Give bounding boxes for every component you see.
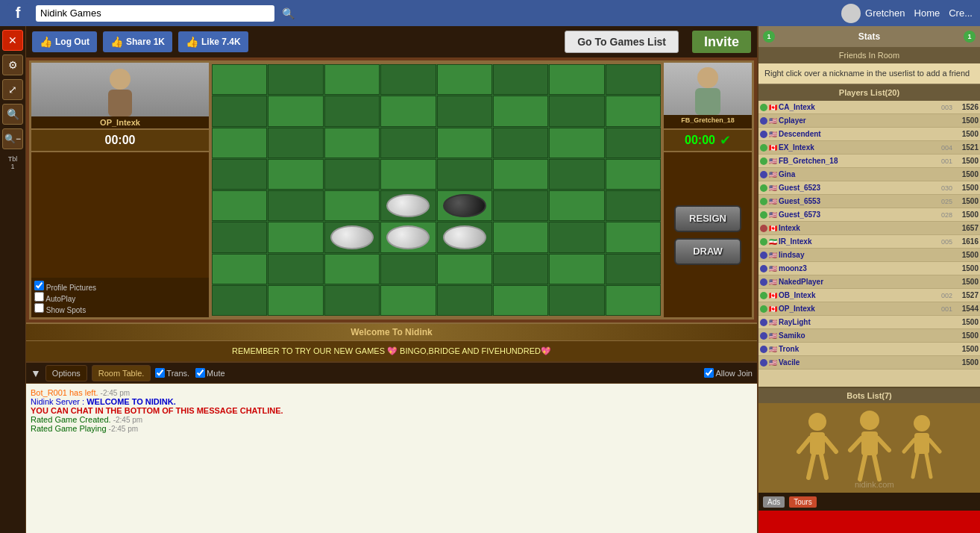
grid-cell-1-6[interactable]	[549, 96, 604, 126]
grid-cell-0-6[interactable]	[549, 64, 604, 95]
search-button[interactable]: 🔍	[282, 7, 295, 19]
grid-cell-0-2[interactable]	[324, 64, 380, 95]
like-button[interactable]: 👍 Like 7.4K	[178, 31, 248, 52]
grid-cell-3-6[interactable]	[549, 159, 604, 190]
room-table-tab[interactable]: Room Table.	[92, 365, 151, 381]
settings-button[interactable]: ⚙	[2, 54, 23, 75]
grid-cell-2-5[interactable]	[493, 128, 548, 158]
grid-cell-3-0[interactable]	[212, 159, 267, 190]
grid-cell-7-1[interactable]	[268, 285, 323, 316]
ads-button[interactable]: Ads	[763, 496, 785, 508]
zoom-in-button[interactable]: 🔍	[2, 104, 23, 125]
grid-cell-1-4[interactable]	[437, 96, 492, 126]
player-row[interactable]: 🇺🇸 Guest_6553 025 1500	[758, 195, 980, 208]
grid-cell-2-6[interactable]	[549, 128, 604, 158]
grid-cell-0-3[interactable]	[380, 64, 436, 95]
options-tab[interactable]: Options	[45, 365, 87, 381]
autoplay-checkbox[interactable]: AutoPlay	[34, 292, 206, 303]
resign-button[interactable]: RESIGN	[674, 205, 741, 232]
grid-cell-4-3[interactable]	[380, 190, 436, 221]
grid-cell-6-6[interactable]	[549, 254, 604, 284]
grid-cell-3-1[interactable]	[268, 159, 323, 190]
tours-button[interactable]: Tours	[789, 496, 816, 508]
grid-cell-7-0[interactable]	[212, 285, 267, 316]
allow-join-checkbox[interactable]: Allow Join	[704, 368, 753, 378]
search-input[interactable]	[36, 5, 274, 22]
grid-cell-1-0[interactable]	[212, 96, 267, 126]
profile-pictures-checkbox[interactable]: Profile Pictures	[34, 281, 206, 292]
player-row[interactable]: 🇨🇦 OB_Intexk 002 1527	[758, 289, 980, 302]
grid-cell-1-7[interactable]	[606, 96, 661, 126]
player-row[interactable]: 🇺🇸 lindsay 1500	[758, 249, 980, 262]
grid-cell-5-5[interactable]	[493, 222, 548, 252]
go-to-games-button[interactable]: Go To Games List	[565, 31, 679, 53]
show-spots-checkbox[interactable]: Show Spots	[34, 303, 206, 314]
grid-cell-5-0[interactable]	[212, 222, 267, 252]
grid-cell-7-3[interactable]	[380, 285, 436, 316]
grid-cell-7-4[interactable]	[437, 285, 492, 316]
grid-cell-3-3[interactable]	[380, 159, 436, 190]
grid-cell-6-2[interactable]	[324, 254, 380, 284]
grid-cell-5-1[interactable]	[268, 222, 323, 252]
collapse-icon[interactable]: ▼	[31, 367, 41, 379]
home-link[interactable]: Home	[914, 7, 940, 19]
grid-cell-2-7[interactable]	[606, 128, 661, 158]
grid-cell-7-7[interactable]	[606, 285, 661, 316]
grid-cell-0-7[interactable]	[606, 64, 661, 95]
player-row[interactable]: 🇺🇸 Gina 1500	[758, 168, 980, 181]
create-link[interactable]: Cre...	[949, 7, 973, 19]
grid-cell-6-1[interactable]	[268, 254, 323, 284]
grid-cell-3-5[interactable]	[493, 159, 548, 190]
grid-cell-2-4[interactable]	[437, 128, 492, 158]
player-row[interactable]: 🇺🇸 RayLight 1500	[758, 316, 980, 329]
grid-cell-1-5[interactable]	[493, 96, 548, 126]
grid-cell-7-5[interactable]	[493, 285, 548, 316]
player-row[interactable]: 🇮🇷 IR_Intexk 005 1616	[758, 235, 980, 249]
grid-cell-7-2[interactable]	[324, 285, 380, 316]
grid-cell-0-0[interactable]	[212, 64, 267, 95]
grid-cell-2-2[interactable]	[324, 128, 380, 158]
share-button[interactable]: 👍 Share 1K	[103, 31, 172, 52]
grid-cell-4-0[interactable]	[212, 190, 267, 221]
grid-cell-0-4[interactable]	[437, 64, 492, 95]
grid-cell-6-4[interactable]	[437, 254, 492, 284]
grid-cell-2-0[interactable]	[212, 128, 267, 158]
grid-cell-3-2[interactable]	[324, 159, 380, 190]
grid-cell-6-7[interactable]	[606, 254, 661, 284]
player-row[interactable]: 🇺🇸 Guest_6573 028 1500	[758, 208, 980, 222]
player-row[interactable]: 🇺🇸 Vacile 1500	[758, 356, 980, 370]
player-row[interactable]: 🇨🇦 OP_Intexk 001 1544	[758, 302, 980, 316]
grid-cell-4-1[interactable]	[268, 190, 323, 221]
grid-cell-4-4[interactable]	[437, 190, 492, 221]
player-row[interactable]: 🇨🇦 CA_Intexk 003 1526	[758, 101, 980, 114]
grid-cell-0-1[interactable]	[268, 64, 323, 95]
invite-button[interactable]: Invite	[692, 31, 751, 53]
player-row[interactable]: 🇨🇦 EX_Intexk 004 1521	[758, 141, 980, 155]
grid-cell-0-5[interactable]	[493, 64, 548, 95]
grid-cell-1-1[interactable]	[268, 96, 323, 126]
expand-button[interactable]: ⤢	[2, 79, 23, 100]
mute-checkbox[interactable]: Mute	[195, 368, 224, 378]
player-row[interactable]: 🇺🇸 FB_Gretchen_18 001 1500	[758, 155, 980, 168]
board-grid[interactable]	[210, 63, 662, 317]
grid-cell-6-3[interactable]	[380, 254, 436, 284]
player-row[interactable]: 🇨🇦 Intexk 1657	[758, 222, 980, 235]
zoom-out-button[interactable]: 🔍−	[2, 128, 23, 149]
logout-button[interactable]: 👍 Log Out	[32, 31, 97, 52]
grid-cell-6-5[interactable]	[493, 254, 548, 284]
player-row[interactable]: 🇺🇸 Guest_6523 030 1500	[758, 181, 980, 195]
grid-cell-6-0[interactable]	[212, 254, 267, 284]
grid-cell-4-5[interactable]	[493, 190, 548, 221]
player-row[interactable]: 🇺🇸 Cplayer 1500	[758, 114, 980, 128]
grid-cell-1-3[interactable]	[380, 96, 436, 126]
trans-checkbox[interactable]: Trans.	[155, 368, 189, 378]
player-row[interactable]: 🇺🇸 NakedPlayer 1500	[758, 275, 980, 289]
grid-cell-5-7[interactable]	[606, 222, 661, 252]
grid-cell-7-6[interactable]	[549, 285, 604, 316]
grid-cell-5-3[interactable]	[380, 222, 436, 252]
grid-cell-3-7[interactable]	[606, 159, 661, 190]
player-row[interactable]: 🇺🇸 moonz3 1500	[758, 262, 980, 275]
grid-cell-5-4[interactable]	[437, 222, 492, 252]
close-button[interactable]: ✕	[2, 30, 23, 51]
player-row[interactable]: 🇺🇸 Tronk 1500	[758, 343, 980, 356]
